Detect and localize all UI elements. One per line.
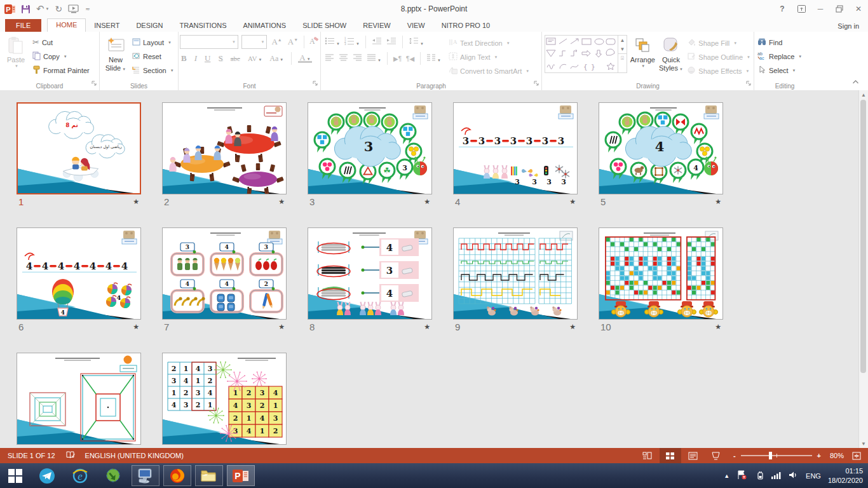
customize-qat-icon[interactable]: ≂ bbox=[85, 6, 90, 12]
animation-star-icon[interactable]: ★ bbox=[133, 198, 139, 206]
powerpoint-app-icon[interactable]: P bbox=[4, 4, 15, 15]
slide-thumbnail-4[interactable]: 333333333334★ bbox=[453, 102, 578, 207]
slide-preview[interactable]: 21433412123443211234432121433412 bbox=[162, 353, 287, 445]
remote-desktop-icon[interactable] bbox=[132, 465, 159, 486]
layout-button[interactable]: Layout▼ bbox=[130, 36, 176, 49]
tab-animations[interactable]: ANIMATIONS bbox=[235, 19, 295, 32]
change-case-icon[interactable]: Aa▼ bbox=[268, 54, 285, 64]
tab-file[interactable]: FILE bbox=[5, 19, 41, 32]
reading-view-icon[interactable] bbox=[682, 448, 704, 463]
align-left-icon[interactable] bbox=[325, 53, 334, 64]
slide-preview[interactable]: 434 bbox=[308, 227, 432, 320]
slide-thumbnail-2[interactable]: 2★ bbox=[162, 102, 287, 207]
shape-fill-button[interactable]: Shape Fill▼ bbox=[685, 36, 752, 50]
slide-preview[interactable] bbox=[453, 227, 578, 320]
tab-design[interactable]: DESIGN bbox=[128, 19, 171, 32]
copy-button[interactable]: Copy▼ bbox=[31, 50, 92, 63]
decrease-font-size-icon[interactable]: A▼ bbox=[287, 37, 299, 47]
idm-icon[interactable] bbox=[97, 463, 130, 488]
network-icon[interactable] bbox=[771, 471, 782, 480]
slide-thumbnail-9[interactable]: 9★ bbox=[453, 227, 578, 332]
replace-button[interactable]: abac Replace▼ bbox=[756, 50, 804, 63]
character-spacing-icon[interactable]: AV▼ bbox=[247, 55, 263, 62]
slide-thumbnail-3[interactable]: ☘333★ bbox=[308, 102, 432, 207]
increase-font-size-icon[interactable]: A▲ bbox=[270, 37, 283, 47]
slide-thumbnail-6[interactable]: 4444444446★ bbox=[17, 227, 141, 332]
slide-preview[interactable]: 343442 bbox=[162, 227, 287, 320]
animation-star-icon[interactable]: ★ bbox=[715, 198, 721, 206]
slide-thumbnail-12[interactable]: 2143341212344321123443212143341212 bbox=[162, 353, 287, 448]
clock[interactable]: 01:15 18/02/2020 bbox=[828, 466, 863, 485]
font-color-icon[interactable]: A▼ bbox=[298, 54, 311, 64]
save-icon[interactable] bbox=[21, 4, 31, 14]
font-size-combobox[interactable]: ▼ bbox=[241, 35, 268, 49]
cut-button[interactable]: ✂Cut bbox=[31, 36, 92, 49]
scroll-down-icon[interactable]: ▼ bbox=[859, 439, 868, 448]
shape-outline-button[interactable]: Shape Outline▼ bbox=[685, 50, 752, 64]
sign-in-link[interactable]: Sign in bbox=[837, 22, 859, 32]
ltr-direction-icon[interactable]: ▶¶ bbox=[393, 55, 402, 62]
section-button[interactable]: Section▼ bbox=[130, 64, 176, 77]
shapes-more-icon[interactable]: ⍗ bbox=[618, 53, 627, 63]
vertical-scrollbar[interactable]: ▲ ▼ bbox=[858, 90, 868, 448]
input-language-badge[interactable]: ENG bbox=[806, 472, 821, 480]
spell-check-icon[interactable] bbox=[65, 451, 75, 461]
slide-preview[interactable]: 33333333333 bbox=[453, 102, 578, 194]
minimize-icon[interactable]: ─ bbox=[811, 0, 830, 18]
close-icon[interactable]: ✕ bbox=[849, 0, 868, 18]
shapes-scroll-down-icon[interactable]: ▼ bbox=[618, 44, 627, 53]
shape-effects-button[interactable]: Shape Effects▼ bbox=[685, 64, 752, 78]
action-center-icon[interactable] bbox=[736, 470, 747, 481]
scrollbar-thumb[interactable] bbox=[860, 100, 866, 373]
align-center-icon[interactable] bbox=[339, 53, 348, 64]
animation-star-icon[interactable]: ★ bbox=[424, 323, 430, 331]
zoom-in-icon[interactable]: + bbox=[817, 452, 821, 459]
zoom-slider-thumb[interactable] bbox=[769, 452, 772, 459]
animation-star-icon[interactable]: ★ bbox=[133, 323, 139, 331]
clear-formatting-icon[interactable]: A bbox=[309, 36, 319, 48]
telegram-icon[interactable] bbox=[31, 463, 64, 488]
language-indicator[interactable]: ENGLISH (UNITED KINGDOM) bbox=[85, 452, 184, 459]
restore-icon[interactable] bbox=[830, 0, 849, 18]
help-icon[interactable]: ? bbox=[773, 0, 792, 18]
animation-star-icon[interactable]: ★ bbox=[424, 198, 430, 206]
justify-icon[interactable]: ▼ bbox=[367, 53, 381, 64]
underline-icon[interactable]: U bbox=[203, 53, 212, 64]
bullets-icon[interactable]: ▼ bbox=[325, 36, 340, 48]
firefox-icon[interactable] bbox=[163, 465, 191, 486]
tab-slide-show[interactable]: SLIDE SHOW bbox=[294, 19, 355, 32]
tab-insert[interactable]: INSERT bbox=[86, 19, 128, 32]
slide-thumbnail-1[interactable]: تم 8ریاضی اول دبستان1★ bbox=[17, 102, 141, 207]
tab-nitro-pro[interactable]: NITRO PRO 10 bbox=[433, 19, 498, 32]
slide-thumbnail-8[interactable]: 4348★ bbox=[308, 227, 432, 332]
tab-home[interactable]: HOME bbox=[47, 18, 86, 32]
strikethrough-icon[interactable]: abc bbox=[229, 55, 241, 62]
slide-preview[interactable]: 44 bbox=[599, 102, 723, 194]
animation-star-icon[interactable]: ★ bbox=[278, 198, 285, 206]
animation-star-icon[interactable]: ★ bbox=[569, 198, 576, 206]
increase-indent-icon[interactable] bbox=[386, 36, 397, 48]
tab-view[interactable]: VIEW bbox=[399, 19, 433, 32]
file-explorer-icon[interactable] bbox=[195, 465, 223, 486]
scroll-up-icon[interactable]: ▲ bbox=[859, 90, 868, 99]
zoom-out-icon[interactable]: - bbox=[733, 452, 736, 459]
slide-preview[interactable]: تم 8ریاضی اول دبستان bbox=[17, 102, 141, 194]
align-right-icon[interactable] bbox=[353, 53, 362, 64]
line-spacing-icon[interactable]: ▼ bbox=[409, 36, 424, 48]
new-slide-button[interactable]: New Slide▼ bbox=[101, 34, 130, 72]
quick-styles-button[interactable]: Quick Styles▼ bbox=[657, 34, 686, 72]
internet-explorer-icon[interactable]: e bbox=[64, 463, 97, 488]
text-direction-button[interactable]: A Text Direction▼ bbox=[447, 36, 531, 50]
zoom-slider[interactable] bbox=[741, 455, 812, 456]
slide-preview[interactable]: ☘33 bbox=[308, 102, 432, 194]
normal-view-icon[interactable] bbox=[637, 448, 658, 463]
slide-sorter-view-icon[interactable] bbox=[660, 448, 681, 463]
ribbon-display-options-icon[interactable] bbox=[792, 0, 811, 18]
undo-dropdown-icon[interactable]: ▼ bbox=[46, 7, 50, 11]
start-from-beginning-icon[interactable] bbox=[68, 4, 79, 13]
repeat-icon[interactable]: ↻ bbox=[55, 4, 63, 14]
tab-transitions[interactable]: TRANSITIONS bbox=[172, 19, 235, 32]
powerpoint-taskbar-icon[interactable]: P bbox=[227, 465, 255, 486]
fit-slide-to-window-icon[interactable] bbox=[849, 448, 864, 463]
columns-icon[interactable]: ▼ bbox=[426, 53, 441, 64]
